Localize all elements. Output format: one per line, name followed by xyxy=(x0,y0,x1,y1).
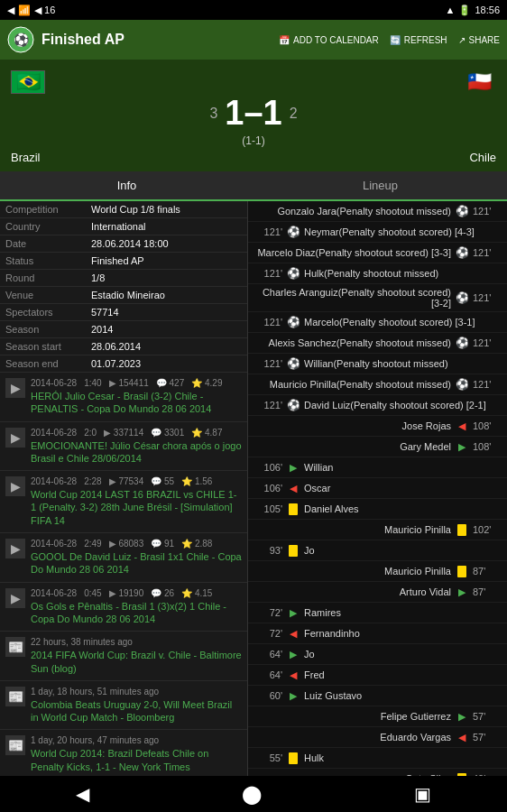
event-time: 121' xyxy=(473,206,502,217)
news-type-icon: ▶ xyxy=(5,378,25,398)
add-calendar-button[interactable]: 📅 ADD TO CALENDAR xyxy=(279,35,379,45)
info-date: Date 28.06.2014 18:00 xyxy=(0,235,247,253)
news-item[interactable]: ▶ 2014-06-282:0▶ 337114💬 3301⭐ 4.87 EMOC… xyxy=(0,422,247,472)
refresh-label: REFRESH xyxy=(404,35,447,45)
competition-value: World Cup 1/8 finals xyxy=(91,204,242,215)
sub-out-icon: ◀ xyxy=(290,669,297,681)
tab-lineup[interactable]: Lineup xyxy=(254,171,507,199)
event-icon: ▶ xyxy=(286,460,300,475)
event-icon: ⚽ xyxy=(455,336,469,350)
event-time: 106' xyxy=(254,483,282,494)
away-penalty-score: 2 xyxy=(290,106,298,122)
sub-out-icon: ◀ xyxy=(290,628,297,640)
event-icon: ◀ xyxy=(455,419,469,433)
event-row: 121' ⚽ Gonzalo Jara(Penalty shootout mis… xyxy=(248,201,507,222)
news-item[interactable]: ▶ 2014-06-281:40▶ 154411💬 427⭐ 4.29 HERÓ… xyxy=(0,373,247,422)
news-meta: 2014-06-282:49▶ 68083💬 91⭐ 2.88 xyxy=(31,539,242,549)
ball-icon: ⚽ xyxy=(456,291,469,304)
event-time: 55' xyxy=(254,752,282,763)
info-round: Round 1/8 xyxy=(0,270,247,287)
event-time: 108' xyxy=(473,420,502,431)
event-row: 57' ▶ Felipe Gutierrez xyxy=(248,706,507,727)
news-item[interactable]: ▶ 2014-06-280:45▶ 19190💬 26⭐ 4.15 Os Gol… xyxy=(0,583,247,632)
spectators-value: 57714 xyxy=(91,307,242,318)
news-type-icon: ▶ xyxy=(5,539,25,558)
news-item[interactable]: 📰 1 day, 18 hours, 51 minutes ago Colomb… xyxy=(0,681,247,731)
event-row: 106' ▶ Willian xyxy=(248,457,507,478)
right-panel: 121' ⚽ Gonzalo Jara(Penalty shootout mis… xyxy=(248,201,507,812)
wifi-icon: ▲ xyxy=(446,5,456,15)
left-panel: Competition World Cup 1/8 finals Country… xyxy=(0,201,248,812)
event-time: 64' xyxy=(254,649,282,660)
info-season: Season 2014 xyxy=(0,321,247,338)
event-icon: ◀ xyxy=(286,668,300,682)
event-icon xyxy=(455,564,469,578)
event-text: Arturo Vidal xyxy=(254,586,451,597)
yellow-card-icon xyxy=(457,566,466,577)
news-type-icon: 📰 xyxy=(5,687,25,706)
event-row: 64' ▶ Jo xyxy=(248,644,507,665)
event-time: 64' xyxy=(254,669,282,680)
info-table: Competition World Cup 1/8 finals Country… xyxy=(0,201,247,373)
event-row: 57' ◀ Eduardo Vargas xyxy=(248,727,507,748)
event-text: Fernandinho xyxy=(304,628,502,639)
refresh-button[interactable]: 🔄 REFRESH xyxy=(390,35,447,45)
season-label: Season xyxy=(5,324,91,335)
spectators-label: Spectators xyxy=(5,307,91,318)
season-start-value: 28.06.2014 xyxy=(91,341,242,352)
news-title: Colombia Beats Uruguay 2-0, Will Meet Br… xyxy=(31,698,242,724)
sub-in-icon: ▶ xyxy=(458,586,466,598)
event-text: Neymar(Penalty shootout scored) [4-3] xyxy=(304,226,502,237)
ball-icon: ⚽ xyxy=(287,316,300,328)
event-time: 60' xyxy=(254,690,282,701)
event-text: Daniel Alves xyxy=(304,503,502,514)
event-row: 60' ▶ Luiz Gustavo xyxy=(248,686,507,706)
event-text: Alexis Sanchez(Penalty shootout missed) xyxy=(254,337,451,348)
recent-button[interactable]: ▣ xyxy=(414,783,431,805)
calendar-icon: 📅 xyxy=(279,35,290,45)
event-row: 121' ⚽ Mauricio Pinilla(Penalty shootout… xyxy=(248,374,507,395)
sub-in-icon: ▶ xyxy=(458,441,466,453)
event-row: 121' ⚽ David Luiz(Penalty shootout score… xyxy=(248,395,507,416)
share-button[interactable]: ↗ SHARE xyxy=(458,35,500,45)
event-icon: ▶ xyxy=(455,585,469,599)
ball-icon: ⚽ xyxy=(456,378,469,391)
news-item[interactable]: ▶ 2014-06-282:28▶ 77534💬 55⭐ 1.56 World … xyxy=(0,471,247,533)
event-icon: ⚽ xyxy=(286,398,300,412)
news-item[interactable]: 📰 22 hours, 38 minutes ago 2014 FIFA Wor… xyxy=(0,632,247,681)
event-icon xyxy=(286,751,300,765)
news-item[interactable]: 📰 1 day, 20 hours, 47 minutes ago World … xyxy=(0,730,247,780)
time-display: 18:56 xyxy=(475,5,500,15)
event-icon xyxy=(286,502,300,516)
app-bar: ⚽ Finished AP 📅 ADD TO CALENDAR 🔄 REFRES… xyxy=(0,20,507,60)
event-row: 87' Mauricio Pinilla xyxy=(248,561,507,582)
tabs: Info Lineup xyxy=(0,171,507,201)
ball-icon: ⚽ xyxy=(287,267,300,280)
event-row: 102' Mauricio Pinilla xyxy=(248,520,507,540)
round-label: Round xyxy=(5,272,91,283)
event-time: 121' xyxy=(254,400,282,411)
yellow-card-icon xyxy=(289,752,298,764)
news-type-icon: 📰 xyxy=(5,735,25,755)
event-row: 121' ⚽ Marcelo Diaz(Penalty shootout sco… xyxy=(248,243,507,263)
main-content: Competition World Cup 1/8 finals Country… xyxy=(0,201,507,812)
event-row: 108' ◀ Jose Rojas xyxy=(248,416,507,437)
news-item[interactable]: ▶ 2014-06-282:49▶ 68083💬 91⭐ 2.88 GOOOL … xyxy=(0,533,247,583)
event-icon: ⚽ xyxy=(286,225,300,239)
event-row: 105' Daniel Alves xyxy=(248,499,507,520)
event-icon: ▶ xyxy=(286,605,300,620)
home-button[interactable]: ⬤ xyxy=(242,783,262,805)
country-label: Country xyxy=(5,221,91,232)
event-time: 105' xyxy=(254,503,282,514)
season-end-value: 01.07.2023 xyxy=(91,358,242,369)
score-row: 3 1–1 2 xyxy=(11,94,496,133)
event-row: 121' ⚽ Hulk(Penalty shootout missed) xyxy=(248,263,507,284)
tab-info[interactable]: Info xyxy=(0,171,254,201)
signal-icon: 📶 xyxy=(18,5,31,16)
event-text: Felipe Gutierrez xyxy=(254,711,451,722)
ball-icon: ⚽ xyxy=(456,205,469,217)
main-score: 1–1 xyxy=(225,94,281,133)
event-icon xyxy=(286,543,300,558)
event-text: Oscar xyxy=(304,483,502,494)
back-button[interactable]: ◀ xyxy=(76,783,89,805)
